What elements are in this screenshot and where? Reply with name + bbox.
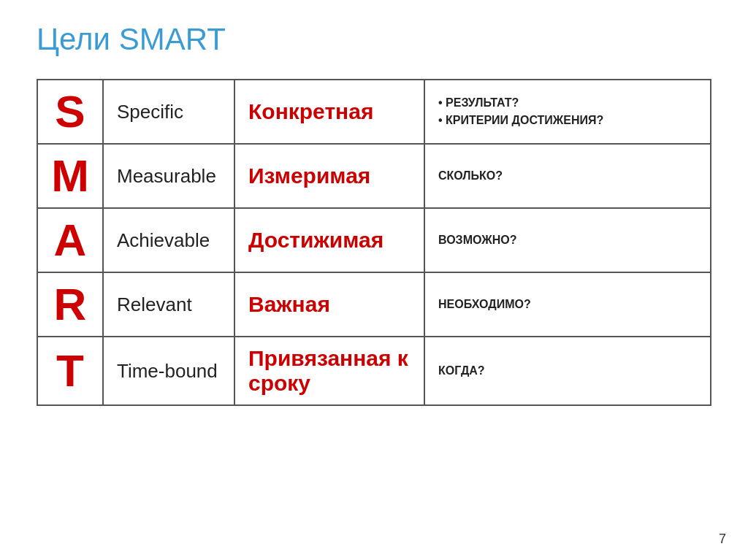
page-title: Цели SMART <box>37 22 711 57</box>
smart-letter: T <box>37 337 103 405</box>
smart-letter: R <box>37 272 103 337</box>
russian-word: Измеримая <box>234 144 424 208</box>
page-number: 7 <box>719 532 726 547</box>
page: Цели SMART SSpecificКонкретная• РЕЗУЛЬТА… <box>0 0 748 560</box>
table-row: MMeasurableИзмеримаяСКОЛЬКО? <box>37 144 711 208</box>
english-word: Time-bound <box>103 337 234 405</box>
english-word: Measurable <box>103 144 234 208</box>
smart-letter: S <box>37 80 103 144</box>
table-row: TTime-boundПривязанная к срокуКОГДА? <box>37 337 711 405</box>
description: СКОЛЬКО? <box>424 144 711 208</box>
russian-word: Привязанная к сроку <box>234 337 424 405</box>
english-word: Relevant <box>103 272 234 337</box>
description: НЕОБХОДИМО? <box>424 272 711 337</box>
russian-word: Достижимая <box>234 208 424 272</box>
russian-word: Конкретная <box>234 80 424 144</box>
table-row: RRelevantВажнаяНЕОБХОДИМО? <box>37 272 711 337</box>
smart-letter: M <box>37 144 103 208</box>
description: • РЕЗУЛЬТАТ?• КРИТЕРИИ ДОСТИЖЕНИЯ? <box>424 80 711 144</box>
english-word: Achievable <box>103 208 234 272</box>
table-row: AAchievableДостижимаяВОЗМОЖНО? <box>37 208 711 272</box>
description: ВОЗМОЖНО? <box>424 208 711 272</box>
smart-table: SSpecificКонкретная• РЕЗУЛЬТАТ?• КРИТЕРИ… <box>37 79 711 406</box>
russian-word: Важная <box>234 272 424 337</box>
table-row: SSpecificКонкретная• РЕЗУЛЬТАТ?• КРИТЕРИ… <box>37 80 711 144</box>
english-word: Specific <box>103 80 234 144</box>
description: КОГДА? <box>424 337 711 405</box>
smart-letter: A <box>37 208 103 272</box>
